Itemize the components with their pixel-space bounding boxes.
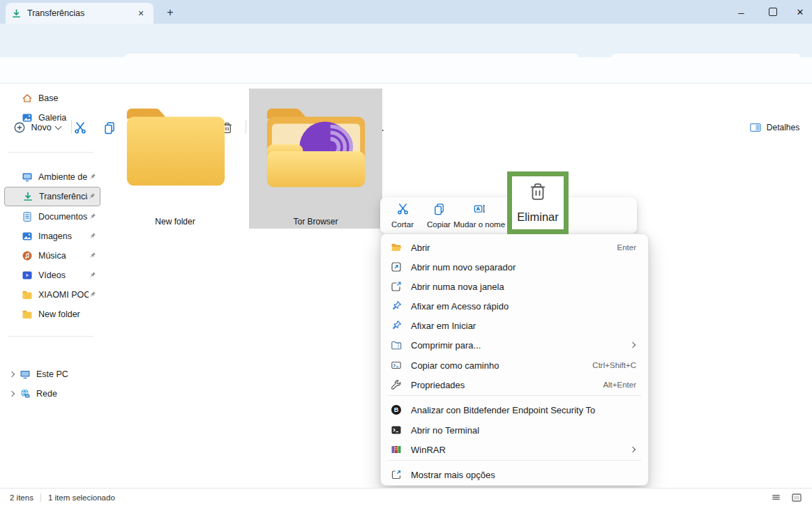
sidebar-separator <box>8 336 93 337</box>
sidebar-item-label: Este PC <box>36 369 100 379</box>
delete-label: Eliminar <box>517 210 559 224</box>
chevron-right-icon[interactable] <box>9 371 15 377</box>
pin-icon <box>89 230 96 243</box>
sidebar-item-ambiente[interactable]: Ambiente de tra <box>4 167 100 187</box>
downloads-icon <box>11 8 22 19</box>
chevron-right-icon[interactable] <box>9 391 15 397</box>
folder-tor-icon <box>260 104 370 193</box>
home-icon <box>22 93 33 104</box>
menu-item-winrar[interactable]: WinRAR <box>384 440 645 459</box>
tab-strip: Transferências ✕ + – ✕ <box>0 0 812 24</box>
open-folder-icon <box>391 242 402 253</box>
pin-icon <box>391 300 402 312</box>
pin-icon <box>89 250 96 262</box>
file-explorer-window: Transferências ✕ + – ✕ ← → ↑ ↻ Transferê… <box>0 0 812 506</box>
pin-icon <box>391 320 402 331</box>
winrar-icon <box>391 444 402 455</box>
menu-item-abrir-terminal[interactable]: Abrir no Terminal <box>384 420 645 440</box>
pin-icon <box>88 190 96 203</box>
sidebar-item-label: Documentos <box>38 212 89 222</box>
file-name: Tor Browser <box>249 217 382 227</box>
sidebar-item-label: Transferências <box>39 192 88 201</box>
sidebar-item-galeria[interactable]: Galeria <box>4 108 100 128</box>
gallery-icon <box>22 112 33 123</box>
status-bar: 2 itens 1 item selecionado <box>0 488 812 506</box>
this-pc-icon <box>20 369 31 380</box>
wrench-icon <box>391 379 402 390</box>
menu-item-mostrar-mais-opcoes[interactable]: Mostrar mais opções <box>384 465 645 484</box>
maximize-icon <box>769 8 777 16</box>
details-pane-button[interactable]: Detalhes <box>744 118 805 137</box>
file-tile-tor-browser-selected[interactable]: Tor Browser <box>249 89 382 229</box>
copy-icon <box>433 202 446 215</box>
details-label: Detalhes <box>767 123 799 132</box>
pictures-icon <box>22 231 33 242</box>
shortcut: Ctrl+Shift+C <box>592 361 636 369</box>
menu-item-copiar-como-caminho[interactable]: Copiar como caminho Ctrl+Shift+C <box>384 355 645 375</box>
tab-close-icon[interactable]: ✕ <box>134 6 148 20</box>
delete-command-highlight[interactable]: Eliminar <box>507 171 569 234</box>
submenu-chevron-icon <box>630 447 636 452</box>
minimize-button[interactable]: – <box>725 0 757 24</box>
selection-info: 1 item selecionado <box>48 493 115 502</box>
sidebar-item-label: XIAOMI POCO F <box>38 290 89 300</box>
menu-separator <box>388 460 641 461</box>
desktop-icon <box>22 171 33 183</box>
terminal-icon <box>391 424 402 436</box>
sidebar-item-videos[interactable]: Vídeos <box>4 266 100 285</box>
rename-command[interactable]: Mudar o nome <box>444 201 514 230</box>
pin-icon <box>89 289 96 301</box>
compress-zip-icon <box>391 339 402 351</box>
sidebar-item-base[interactable]: Base <box>4 89 100 108</box>
sidebar-item-label: Base <box>38 93 100 103</box>
sidebar-item-xiaomi[interactable]: XIAOMI POCO F <box>4 285 100 305</box>
sidebar-item-transferencias[interactable]: Transferências <box>4 187 100 206</box>
menu-separator <box>388 395 641 396</box>
sidebar-item-label: Imagens <box>38 231 89 241</box>
music-icon <box>22 250 33 261</box>
menu-item-afixar-acesso-rapido[interactable]: Afixar em Acesso rápido <box>384 296 645 316</box>
open-new-window-icon <box>391 281 402 292</box>
file-tile-new-folder[interactable]: New folder <box>109 89 241 229</box>
status-separator <box>40 493 41 502</box>
folder-icon <box>22 309 33 320</box>
sidebar-item-label: Ambiente de tra <box>38 172 89 182</box>
sidebar-item-rede[interactable]: Rede <box>4 384 100 404</box>
thumbnail-view-icon[interactable] <box>791 492 802 503</box>
folder-closed-icon <box>120 102 230 192</box>
menu-item-propriedades[interactable]: Propriedades Alt+Enter <box>384 375 645 394</box>
menu-item-abrir[interactable]: Abrir Enter <box>384 238 645 257</box>
close-button[interactable]: ✕ <box>788 0 812 24</box>
list-view-icon[interactable] <box>771 492 781 503</box>
maximize-button[interactable] <box>757 0 788 24</box>
sidebar-item-documentos[interactable]: Documentos <box>4 207 100 227</box>
menu-item-comprimir-para[interactable]: Comprimir para... <box>384 335 645 355</box>
cut-command[interactable]: Cortar <box>386 201 419 230</box>
submenu-chevron-icon <box>630 342 636 348</box>
command-toolbar: Novo Ordenar <box>0 57 812 84</box>
sidebar-item-new-folder[interactable]: New folder <box>4 305 100 324</box>
context-menu: Abrir Enter Abrir num novo separador Abr… <box>380 233 649 486</box>
menu-item-abrir-nova-janela[interactable]: Abrir numa nova janela <box>384 277 645 296</box>
scissors-icon <box>396 202 409 215</box>
sidebar-item-imagens[interactable]: Imagens <box>4 227 100 246</box>
navigation-bar: ← → ↑ ↻ Transferências <box>0 24 812 57</box>
shortcut: Enter <box>617 243 637 252</box>
pin-icon <box>89 269 96 282</box>
sidebar-item-label: New folder <box>38 309 100 319</box>
sidebar-item-label: Galeria <box>38 113 100 123</box>
new-tab-button[interactable]: + <box>162 5 179 20</box>
tab-title: Transferências <box>27 8 134 18</box>
bitdefender-icon: B <box>391 404 402 415</box>
menu-item-abrir-novo-separador[interactable]: Abrir num novo separador <box>384 257 645 277</box>
trash-icon <box>527 181 548 202</box>
pin-icon <box>89 210 96 223</box>
folder-icon <box>22 289 33 300</box>
tab-transferencias[interactable]: Transferências ✕ <box>6 3 153 24</box>
sidebar-item-label: Música <box>38 251 89 261</box>
sidebar-item-musica[interactable]: Música <box>4 246 100 266</box>
file-name: New folder <box>109 217 241 227</box>
menu-item-bitdefender[interactable]: B Analizar con Bitdefender Endpoint Secu… <box>384 400 645 420</box>
sidebar-item-este-pc[interactable]: Este PC <box>4 365 100 384</box>
menu-item-afixar-iniciar[interactable]: Afixar em Iniciar <box>384 316 645 335</box>
